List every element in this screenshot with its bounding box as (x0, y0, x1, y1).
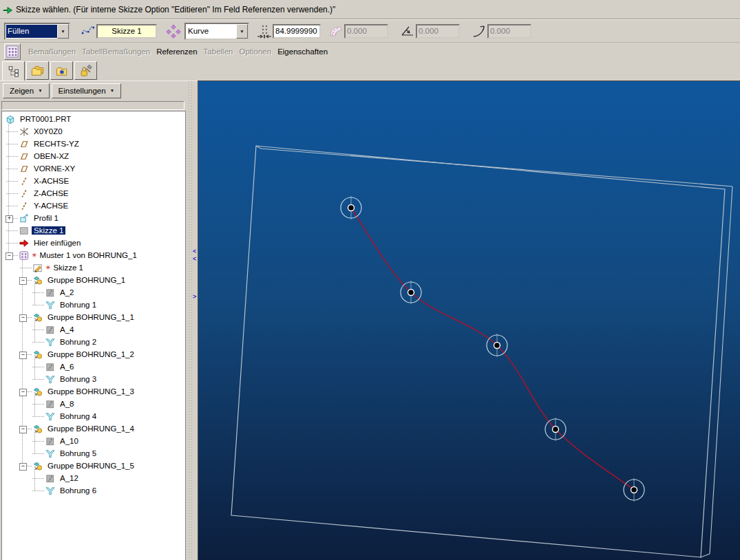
axis-icon (19, 175, 32, 186)
model-tree-icon (8, 65, 20, 78)
tree-item-label: VORNE-XY (32, 164, 77, 173)
tree-expand-icon[interactable]: + (6, 215, 13, 223)
tree-item-gruppe-bohrung-1-3[interactable]: −Gruppe BOHRUNG_1_3 (2, 385, 185, 398)
tree-item-vorne-xy[interactable]: VORNE-XY (2, 162, 185, 175)
tree-item-label: Bohrung 3 (58, 375, 98, 383)
tree-connector (6, 187, 19, 200)
tree-item-label: A_12 (58, 474, 81, 482)
tree-item-label: Muster 1 von BOHRUNG_1 (38, 251, 139, 259)
tree-connector (32, 472, 45, 484)
tree-guide-line (34, 283, 36, 305)
tree-item-profil-1[interactable]: +Profil 1 (2, 212, 185, 224)
tab-referenzen[interactable]: Referenzen (156, 47, 197, 56)
plate-back-edge (701, 554, 710, 557)
member-spacing-icon (256, 23, 273, 39)
tree-collapse-icon[interactable]: − (19, 463, 27, 471)
show-menu-button[interactable]: Zeigen ▼ (3, 83, 50, 98)
tree-collapse-icon[interactable]: − (19, 426, 27, 433)
angle-dimension-icon (399, 23, 416, 39)
tree-item-x0y0z0[interactable]: X0Y0Z0 (2, 125, 185, 138)
sketch-ref-field[interactable] (96, 24, 157, 39)
tree-item-a-8[interactable]: A_8 (2, 398, 185, 410)
hole-center-point[interactable] (494, 343, 500, 349)
hole-center-point[interactable] (408, 290, 414, 296)
tree-item-a-2[interactable]: A_2 (2, 286, 185, 299)
tree-item-gruppe-bohrung-1[interactable]: −Gruppe BOHRUNG_1 (2, 274, 185, 286)
tree-item-label: Bohrung 5 (58, 449, 98, 457)
tree-item-gruppe-bohrung-1-2[interactable]: −Gruppe BOHRUNG_1_2 (2, 348, 185, 360)
tab-model-tree[interactable] (2, 61, 25, 81)
model-tree[interactable]: PRT0001.PRTX0Y0Z0RECHTS-YZOBEN-XZVORNE-X… (1, 111, 186, 560)
chevron-down-icon[interactable]: ▼ (57, 24, 69, 39)
tree-item-bohrung-1[interactable]: Bohrung 1 (2, 299, 185, 311)
tree-item-label: Profil 1 (32, 214, 61, 222)
tree-connector (6, 125, 19, 138)
panel-splitter[interactable]: < < > (186, 80, 198, 560)
tree-item-a-6[interactable]: A_6 (2, 360, 185, 373)
expand-chevron-icon[interactable]: > (193, 294, 196, 300)
tree-item-label: A_2 (58, 288, 76, 297)
folders-icon (31, 65, 44, 77)
tree-item-x-achse[interactable]: X-ACHSE (2, 175, 185, 187)
tree-collapse-icon[interactable]: − (19, 277, 27, 285)
tree-item-oben-xz[interactable]: OBEN-XZ (2, 150, 185, 162)
tree-item-hier-einf-gen[interactable]: Hier einfügen (2, 237, 185, 249)
csys-icon (19, 126, 32, 137)
collapse-chevron-icon[interactable]: < (193, 256, 196, 262)
tree-item-rechts-yz[interactable]: RECHTS-YZ (2, 138, 185, 150)
collapse-chevron-icon[interactable]: < (193, 248, 196, 255)
tree-item-label: Hier einfügen (32, 239, 83, 247)
tab-favorites[interactable]: ✱ (50, 61, 73, 80)
settings-menu-button[interactable]: Einstellungen ▼ (52, 83, 122, 98)
tree-collapse-icon[interactable]: − (19, 389, 27, 396)
pattern-spline-curve[interactable] (351, 208, 634, 490)
tree-item-z-achse[interactable]: Z-ACHSE (2, 187, 185, 200)
spacing-type-select[interactable]: Kurve ▼ (184, 23, 249, 40)
tree-item-a-12[interactable]: A_12 (2, 472, 185, 484)
model-scene[interactable] (198, 81, 740, 560)
part-icon (5, 114, 18, 125)
tree-item-gruppe-bohrung-1-4[interactable]: −Gruppe BOHRUNG_1_4 (2, 422, 185, 435)
tree-item-gruppe-bohrung-1-1[interactable]: −Gruppe BOHRUNG_1_1 (2, 311, 185, 323)
tree-item-label: X0Y0Z0 (32, 127, 65, 136)
plate-front-face[interactable] (231, 146, 725, 557)
tree-item-a-4[interactable]: A_4 (2, 323, 185, 336)
tab-tabellbemassungen: TabellBemaßungen (82, 47, 150, 56)
tree-item-y-achse[interactable]: Y-ACHSE (2, 200, 185, 212)
sketch-pencil-icon (32, 262, 45, 273)
tree-item-a-10[interactable]: A_10 (2, 435, 185, 447)
tab-optionen: Optionen (239, 47, 271, 56)
tree-item-bohrung-6[interactable]: Bohrung 6 (2, 484, 185, 497)
tree-item-bohrung-2[interactable]: Bohrung 2 (2, 336, 185, 348)
tree-item-bohrung-3[interactable]: Bohrung 3 (2, 373, 185, 385)
tree-item-muster-1-von-bohrung-1[interactable]: −✳Muster 1 von BOHRUNG_1 (2, 249, 185, 261)
tree-connector (32, 447, 45, 460)
tab-folder-browser[interactable] (26, 61, 49, 80)
tab-connections[interactable] (74, 61, 97, 80)
tree-item-skizze-1[interactable]: Skizze 1 (2, 224, 185, 237)
arc-radius-icon (471, 23, 487, 39)
tree-item-bohrung-5[interactable]: Bohrung 5 (2, 447, 185, 460)
hole-center-point[interactable] (631, 487, 637, 493)
hole-center-point[interactable] (348, 205, 355, 211)
tree-connector (32, 373, 45, 385)
tree-item-prt0001-prt[interactable]: PRT0001.PRT (2, 113, 185, 125)
tree-connector: − (19, 274, 32, 286)
chevron-down-icon[interactable]: ▼ (236, 24, 248, 39)
tree-connector: − (19, 422, 32, 435)
spacing-value-field[interactable] (273, 24, 321, 39)
tree-item-bohrung-4[interactable]: Bohrung 4 (2, 410, 185, 422)
sketch-hatch-icon (19, 225, 32, 236)
tree-collapse-icon[interactable]: − (19, 352, 27, 359)
hole-center-point[interactable] (553, 427, 559, 433)
dashboard-toolbar: Füllen ▼ Kurve ▼ (0, 19, 740, 43)
fill-type-select[interactable]: Füllen ▼ (4, 23, 70, 40)
tree-item-skizze-1[interactable]: ✳Skizze 1 (2, 261, 185, 274)
tab-eigenschaften[interactable]: Eigenschaften (277, 47, 328, 56)
tree-connector (32, 323, 45, 336)
pattern-grid-icon[interactable] (4, 43, 21, 60)
3d-viewport[interactable] (198, 80, 740, 560)
tree-collapse-icon[interactable]: − (6, 252, 13, 260)
tree-collapse-icon[interactable]: − (19, 314, 27, 322)
tree-item-gruppe-bohrung-1-5[interactable]: −Gruppe BOHRUNG_1_5 (2, 460, 185, 472)
